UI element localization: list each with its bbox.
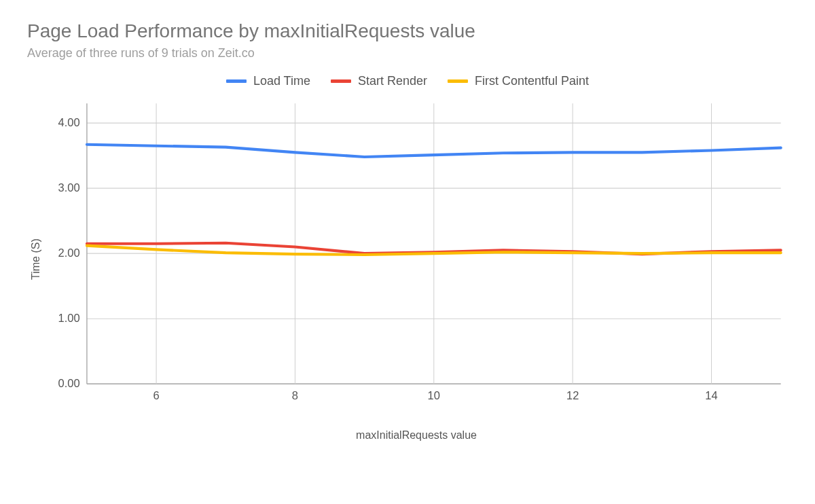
chart-svg: 0.001.002.003.004.0068101214: [45, 96, 788, 405]
x-tick-label: 6: [153, 389, 160, 401]
chart-subtitle: Average of three runs of 9 trials on Zei…: [27, 46, 788, 60]
legend-label: Start Render: [358, 74, 427, 88]
y-tick-label: 3.00: [58, 181, 79, 194]
x-axis-label: maxInitialRequests value: [45, 429, 788, 442]
legend-item: Load Time: [226, 74, 310, 88]
x-tick-label: 14: [705, 389, 717, 401]
chart-title: Page Load Performance by maxInitialReque…: [27, 20, 788, 42]
y-tick-label: 1.00: [58, 312, 79, 324]
x-tick-label: 8: [292, 389, 298, 401]
y-tick-label: 4.00: [58, 116, 79, 128]
y-tick-label: 2.00: [58, 247, 79, 259]
y-axis-label: Time (S): [27, 96, 45, 422]
legend-label: First Contentful Paint: [475, 74, 589, 88]
chart-legend: Load TimeStart RenderFirst Contentful Pa…: [27, 74, 788, 88]
x-tick-label: 10: [428, 389, 440, 401]
legend-label: Load Time: [253, 74, 310, 88]
chart-container: Page Load Performance by maxInitialReque…: [0, 0, 815, 504]
plot-area: Time (S) 0.001.002.003.004.0068101214 ma…: [27, 96, 788, 422]
legend-swatch: [226, 79, 247, 83]
legend-swatch: [331, 79, 351, 83]
legend-swatch: [448, 79, 468, 83]
y-tick-label: 0.00: [58, 377, 79, 389]
legend-item: Start Render: [331, 74, 427, 88]
x-tick-label: 12: [566, 389, 579, 401]
legend-item: First Contentful Paint: [448, 74, 589, 88]
